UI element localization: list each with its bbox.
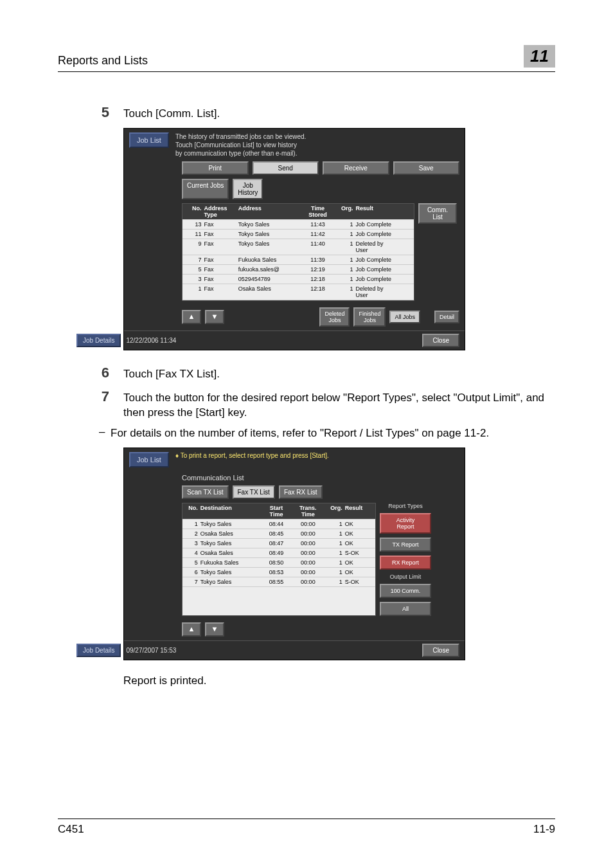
- fax-tx-table: No. Destination Start Time Trans. Time O…: [182, 503, 376, 616]
- output-limit-label: Output Limit: [380, 574, 431, 580]
- table-row[interactable]: 2Osaka Sales08:4500:001OK: [182, 529, 375, 539]
- col-org: Org.: [334, 204, 355, 219]
- subtab-current-jobs[interactable]: Current Jobs: [182, 179, 229, 199]
- hint-text: ♦ To print a report, select report type …: [175, 452, 329, 459]
- job-history-table: No. Address Type Address Time Stored Org…: [182, 203, 414, 301]
- table-row[interactable]: 3Tokyo Sales08:4700:001OK: [182, 539, 375, 548]
- tab-receive[interactable]: Receive: [323, 161, 389, 175]
- tx-report-button[interactable]: TX Report: [380, 538, 431, 552]
- arrow-down-icon[interactable]: ▼: [205, 310, 224, 324]
- tab-fax-tx-list[interactable]: Fax TX List: [233, 485, 275, 499]
- col-org: Org.: [324, 503, 344, 519]
- table-row[interactable]: 3Fax052945478912:181Job Complete: [182, 275, 414, 284]
- screenshot-comm-list: Job List The history of transmitted jobs…: [123, 128, 465, 350]
- step-number: 6: [58, 365, 123, 382]
- screenshot-fax-tx-list: Job List ♦ To print a report, select rep…: [123, 448, 465, 660]
- table-row[interactable]: 4Osaka Sales08:4900:001S-OK: [182, 548, 375, 558]
- table-row[interactable]: 9FaxTokyo Sales11:401Deleted by User: [182, 239, 414, 255]
- job-details-button[interactable]: Job Details: [76, 334, 121, 347]
- section-title: Communication List: [124, 470, 465, 484]
- table-row[interactable]: 5Fukuoka Sales08:5000:001OK: [182, 558, 375, 568]
- step-text: Touch the button for the desired report …: [123, 388, 555, 421]
- col-no: No.: [182, 503, 199, 519]
- table-row[interactable]: 1FaxOsaka Sales12:181Deleted by User: [182, 284, 414, 300]
- table-row[interactable]: 1Tokyo Sales08:4400:001OK: [182, 520, 375, 529]
- detail-button[interactable]: Detail: [434, 311, 459, 323]
- comm-list-button[interactable]: Comm. List: [418, 203, 457, 224]
- tab-fax-rx-list[interactable]: Fax RX List: [279, 485, 323, 499]
- table-row[interactable]: 7Tokyo Sales08:5500:001S-OK: [182, 577, 375, 587]
- arrow-down-icon[interactable]: ▼: [205, 622, 224, 637]
- table-row[interactable]: 6Tokyo Sales08:5300:001OK: [182, 568, 375, 577]
- tab-print[interactable]: Print: [182, 161, 249, 175]
- tab-scan-tx-list[interactable]: Scan TX List: [182, 485, 229, 499]
- footer-model: C451: [58, 823, 84, 836]
- report-types-label: Report Types: [380, 503, 431, 509]
- header-title: Reports and Lists: [58, 54, 148, 68]
- job-list-button[interactable]: Job List: [129, 132, 169, 148]
- all-button[interactable]: All: [380, 602, 431, 616]
- col-destination: Destination: [199, 503, 262, 519]
- col-no: No.: [182, 204, 203, 219]
- all-jobs-button[interactable]: All Jobs: [389, 311, 420, 323]
- finished-jobs-button[interactable]: Finished Jobs: [353, 307, 386, 327]
- col-type: Address Type: [203, 204, 237, 219]
- result-text: Report is printed.: [123, 674, 555, 687]
- arrow-up-icon[interactable]: ▲: [182, 622, 201, 637]
- chapter-badge: 11: [524, 45, 555, 68]
- col-trans-time: Trans. Time: [292, 503, 324, 519]
- substep-text: For details on the number of items, refe…: [111, 426, 555, 441]
- table-row[interactable]: 11FaxTokyo Sales11:421Job Complete: [182, 230, 414, 239]
- job-list-button[interactable]: Job List: [129, 452, 169, 467]
- col-start-time: Start Time: [261, 503, 291, 519]
- deleted-jobs-button[interactable]: Deleted Jobs: [319, 307, 350, 327]
- col-address: Address: [237, 204, 301, 219]
- close-button[interactable]: Close: [422, 644, 459, 657]
- table-row[interactable]: 7FaxFukuoka Sales11:391Job Complete: [182, 255, 414, 265]
- col-result: Result: [344, 503, 375, 519]
- step-number: 5: [58, 104, 123, 122]
- close-button[interactable]: Close: [422, 334, 459, 347]
- dash-icon: –: [99, 426, 111, 441]
- rx-report-button[interactable]: RX Report: [380, 556, 431, 570]
- subtab-job-history[interactable]: Job History: [233, 179, 263, 199]
- step-number: 7: [58, 388, 123, 421]
- arrow-up-icon[interactable]: ▲: [182, 310, 201, 324]
- datetime-label: 12/22/2006 11:34: [126, 337, 176, 344]
- table-row[interactable]: 13FaxTokyo Sales11:431Job Complete: [182, 220, 414, 230]
- step-text: Touch [Comm. List].: [123, 104, 555, 122]
- tab-save[interactable]: Save: [393, 161, 460, 175]
- datetime-label: 09/27/2007 15:53: [126, 647, 176, 654]
- activity-report-button[interactable]: Activity Report: [380, 513, 431, 534]
- table-row[interactable]: 5Faxfukuoka.sales@12:191Job Complete: [182, 265, 414, 275]
- tab-send[interactable]: Send: [253, 161, 319, 175]
- footer-page: 11-9: [533, 823, 555, 836]
- job-details-button[interactable]: Job Details: [76, 644, 121, 657]
- col-time: Time Stored: [301, 204, 334, 219]
- 100-comm-button[interactable]: 100 Comm.: [380, 584, 431, 598]
- hint-text: The history of transmitted jobs can be v…: [175, 132, 459, 158]
- step-text: Touch [Fax TX List].: [123, 365, 555, 382]
- col-result: Result: [355, 204, 414, 219]
